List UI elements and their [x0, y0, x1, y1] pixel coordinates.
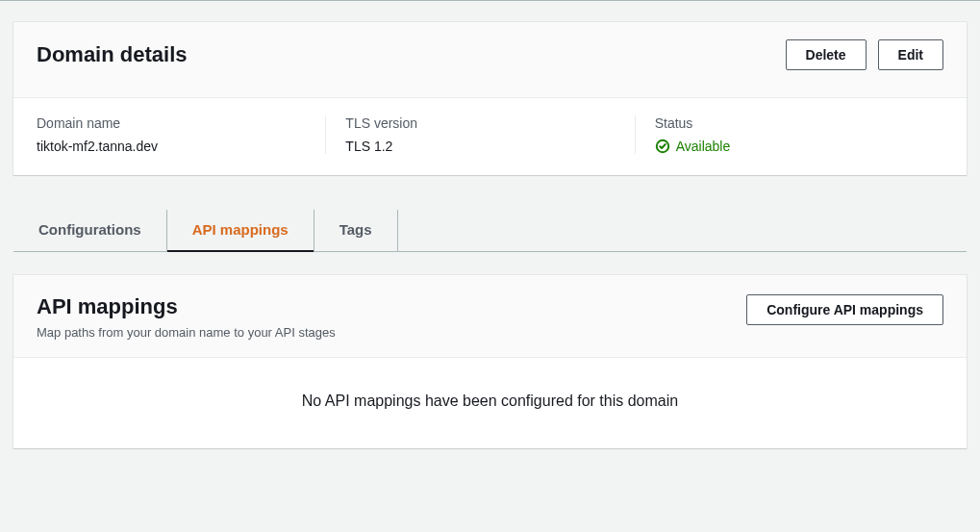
api-mappings-empty-state: No API mappings have been configured for…	[13, 357, 967, 448]
domain-details-card: Domain details Delete Edit Domain name t…	[13, 22, 967, 175]
tab-tags[interactable]: Tags	[314, 210, 398, 251]
tls-version-value: TLS 1.2	[345, 139, 615, 154]
delete-button[interactable]: Delete	[786, 39, 867, 70]
domain-details-header: Domain details Delete Edit	[13, 22, 967, 97]
col-status: Status Available	[636, 115, 943, 154]
check-circle-icon	[655, 139, 670, 154]
col-domain-name: Domain name tiktok-mf2.tanna.dev	[37, 115, 326, 154]
status-label: Status	[655, 115, 924, 131]
tab-api-mappings[interactable]: API mappings	[167, 210, 314, 251]
domain-name-label: Domain name	[37, 115, 306, 131]
api-mappings-title: API mappings	[37, 294, 336, 319]
tls-version-label: TLS version	[345, 115, 615, 131]
api-mappings-card: API mappings Map paths from your domain …	[13, 275, 967, 448]
tab-configurations[interactable]: Configurations	[13, 210, 167, 251]
domain-name-value: tiktok-mf2.tanna.dev	[37, 139, 306, 154]
domain-details-title: Domain details	[37, 42, 187, 67]
tabs: Configurations API mappings Tags	[13, 210, 967, 252]
api-mappings-subtitle: Map paths from your domain name to your …	[37, 325, 336, 340]
status-badge: Available	[655, 139, 924, 154]
api-mappings-header: API mappings Map paths from your domain …	[13, 275, 967, 357]
domain-details-actions: Delete Edit	[786, 39, 943, 70]
configure-api-mappings-button[interactable]: Configure API mappings	[746, 294, 943, 325]
status-value: Available	[676, 139, 731, 154]
col-tls-version: TLS version TLS 1.2	[326, 115, 635, 154]
api-mappings-head-left: API mappings Map paths from your domain …	[37, 294, 336, 340]
edit-button[interactable]: Edit	[878, 39, 943, 70]
domain-details-body: Domain name tiktok-mf2.tanna.dev TLS ver…	[13, 97, 967, 175]
